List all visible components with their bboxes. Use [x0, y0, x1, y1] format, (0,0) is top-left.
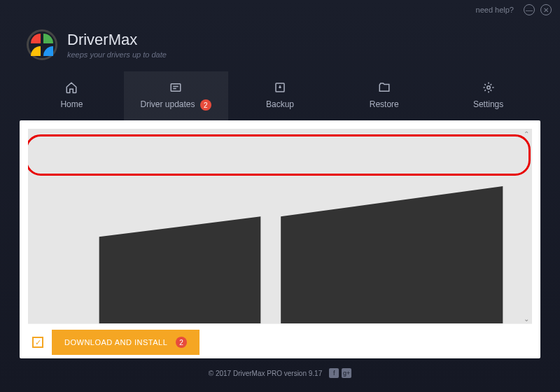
- svg-rect-0: [171, 84, 181, 92]
- scroll-down-arrow[interactable]: ⌄: [522, 314, 531, 323]
- download-label: DOWNLOAD AND INSTALL: [64, 338, 167, 346]
- scroll-up-arrow[interactable]: ⌃: [522, 129, 531, 139]
- download-badge: 2: [176, 337, 187, 348]
- backup-icon: [272, 81, 288, 94]
- help-link[interactable]: need help?: [476, 6, 514, 14]
- nav-backup[interactable]: Backup: [228, 71, 332, 120]
- app-title: DriverMax: [67, 31, 167, 49]
- titlebar: need help? — ✕: [0, 0, 560, 20]
- select-all-checkbox[interactable]: ✓: [32, 337, 43, 348]
- logo-text: DriverMax keeps your drivers up to date: [67, 31, 167, 59]
- windows-icon: [59, 136, 532, 323]
- driver-list[interactable]: ⌃ ✓ Sobol card 3.0 Update available - ve…: [28, 129, 532, 323]
- app-logo-icon: [27, 29, 57, 60]
- nav-home[interactable]: Home: [20, 71, 124, 120]
- restore-icon: [377, 81, 392, 94]
- nav-restore[interactable]: Restore: [332, 71, 436, 120]
- nav-restore-label: Restore: [370, 99, 399, 109]
- nav-updates-label: Driver updates: [141, 99, 195, 109]
- minimize-button[interactable]: —: [524, 4, 535, 15]
- social-icons: f g+: [329, 368, 351, 378]
- logo-area: DriverMax keeps your drivers up to date: [0, 20, 560, 71]
- main-nav: Home Driver updates 2 Backup Restore Set…: [0, 71, 560, 120]
- svg-point-4: [486, 86, 490, 90]
- google-plus-icon[interactable]: g+: [342, 368, 351, 378]
- footer-bar: ✓ DOWNLOAD AND INSTALL 2: [28, 323, 532, 355]
- app-window: need help? — ✕ DriverMax keeps your driv…: [0, 0, 560, 392]
- nav-settings[interactable]: Settings: [436, 71, 540, 120]
- app-tagline: keeps your drivers up to date: [67, 50, 167, 59]
- updates-badge: 2: [200, 99, 211, 111]
- nav-settings-label: Settings: [473, 99, 503, 109]
- close-button[interactable]: ✕: [540, 4, 552, 15]
- nav-backup-label: Backup: [266, 99, 294, 109]
- home-icon: [64, 81, 79, 94]
- updates-icon: [168, 81, 183, 94]
- content-panel: ⌃ ✓ Sobol card 3.0 Update available - ve…: [20, 120, 540, 358]
- settings-icon: [481, 81, 496, 94]
- download-install-button[interactable]: DOWNLOAD AND INSTALL 2: [52, 330, 200, 355]
- nav-home-label: Home: [60, 99, 83, 109]
- facebook-icon[interactable]: f: [329, 368, 339, 378]
- driver-row-featured[interactable]: ✓ Sobol card 3.0 Update available - vers…: [28, 129, 532, 323]
- bottom-bar: © 2017 DriverMax PRO version 9.17 f g+: [0, 364, 560, 382]
- nav-driver-updates[interactable]: Driver updates 2: [124, 71, 228, 120]
- copyright: © 2017 DriverMax PRO version 9.17: [209, 370, 322, 377]
